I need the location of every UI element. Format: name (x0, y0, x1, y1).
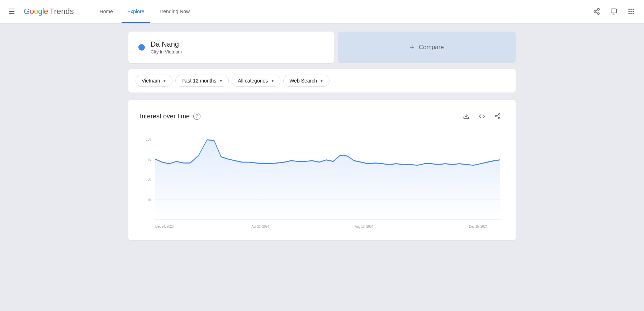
time-filter-arrow: ▼ (219, 79, 223, 83)
g1: G (24, 7, 30, 16)
main-content: Da Nang City in Vietnam + Compare Vietna… (64, 23, 580, 249)
search-row: Da Nang City in Vietnam + Compare (128, 32, 516, 63)
logo-google-text: Google (24, 7, 48, 16)
time-filter[interactable]: Past 12 months ▼ (175, 75, 229, 87)
svg-rect-5 (611, 9, 617, 13)
share-chart-icon (494, 113, 501, 119)
region-filter-label: Vietnam (142, 78, 160, 84)
header-right (589, 4, 638, 19)
category-filter-label: All categories (238, 78, 268, 84)
header: ☰ Google Trends Home Explore Trending No… (0, 0, 644, 23)
svg-rect-13 (633, 11, 634, 12)
svg-rect-16 (633, 13, 634, 14)
menu-icon[interactable]: ☰ (6, 4, 18, 19)
compare-card[interactable]: + Compare (338, 32, 516, 63)
embed-chart-btn[interactable] (475, 110, 488, 123)
x-label-4: Dec 15, 2024 (469, 224, 487, 229)
y-label-25: 25 (148, 197, 151, 202)
chart-actions (460, 110, 504, 123)
download-chart-btn[interactable] (460, 110, 473, 123)
nav-explore[interactable]: Explore (122, 0, 150, 23)
svg-rect-9 (630, 9, 631, 10)
svg-line-4 (596, 10, 598, 11)
type-filter[interactable]: Web Search ▼ (283, 75, 330, 87)
region-filter[interactable]: Vietnam ▼ (136, 75, 172, 87)
y-label-50: 50 (148, 177, 151, 182)
help-question-mark: ? (196, 114, 198, 119)
share-icon-btn[interactable] (589, 4, 604, 19)
time-filter-label: Past 12 months (181, 78, 216, 84)
filter-row: Vietnam ▼ Past 12 months ▼ All categorie… (128, 69, 516, 93)
trend-chart: 100 75 50 25 Dec 24, 2023 Apr 21, 2024 A… (140, 131, 504, 232)
svg-rect-11 (629, 11, 630, 12)
logo: Google Trends (24, 7, 74, 16)
compare-plus-icon: + (410, 43, 415, 52)
svg-line-3 (596, 12, 598, 13)
logo-trends-text: Trends (49, 7, 74, 16)
svg-line-21 (497, 117, 498, 118)
embed-icon (479, 113, 485, 119)
nav-home[interactable]: Home (94, 0, 119, 23)
g4: g (38, 7, 42, 16)
region-filter-arrow: ▼ (163, 79, 166, 83)
chart-card: Interest over time ? (128, 100, 516, 240)
help-icon[interactable]: ? (193, 113, 200, 120)
search-subtitle: City in Vietnam (151, 49, 182, 55)
chart-title-row: Interest over time ? (140, 113, 200, 120)
y-label-100: 100 (146, 137, 151, 142)
y-label-75: 75 (148, 157, 151, 162)
chart-container: 100 75 50 25 Dec 24, 2023 Apr 21, 2024 A… (140, 131, 504, 233)
svg-line-22 (497, 115, 498, 116)
share-icon (593, 8, 600, 15)
share-chart-btn[interactable] (491, 110, 504, 123)
g3: o (34, 7, 38, 16)
type-filter-arrow: ▼ (320, 79, 323, 83)
feedback-icon (610, 8, 617, 15)
search-term-card: Da Nang City in Vietnam (128, 32, 334, 63)
type-filter-label: Web Search (289, 78, 317, 84)
main-nav: Home Explore Trending Now (94, 0, 195, 23)
chart-header: Interest over time ? (140, 110, 504, 123)
category-filter[interactable]: All categories ▼ (232, 75, 280, 87)
search-dot (138, 44, 145, 51)
search-info: Da Nang City in Vietnam (151, 40, 182, 55)
x-label-1: Dec 24, 2023 (155, 224, 174, 229)
feedback-icon-btn[interactable] (607, 4, 621, 19)
svg-rect-10 (633, 9, 634, 10)
svg-rect-14 (629, 13, 630, 14)
compare-label: Compare (419, 44, 444, 51)
search-term: Da Nang (151, 40, 182, 48)
header-left: ☰ Google Trends Home Explore Trending No… (6, 0, 195, 23)
x-label-2: Apr 21, 2024 (251, 224, 269, 229)
g6: e (44, 7, 48, 16)
category-filter-arrow: ▼ (271, 79, 274, 83)
download-icon (463, 113, 469, 119)
svg-rect-15 (630, 13, 631, 14)
x-label-3: Aug 18, 2024 (355, 224, 373, 229)
nav-trending-now[interactable]: Trending Now (153, 0, 196, 23)
chart-title: Interest over time (140, 113, 190, 120)
svg-rect-12 (630, 11, 631, 12)
svg-rect-8 (629, 9, 630, 10)
apps-icon-btn[interactable] (624, 4, 638, 19)
chart-area-fill (155, 140, 500, 220)
apps-icon (628, 8, 635, 15)
g2: o (30, 7, 34, 16)
